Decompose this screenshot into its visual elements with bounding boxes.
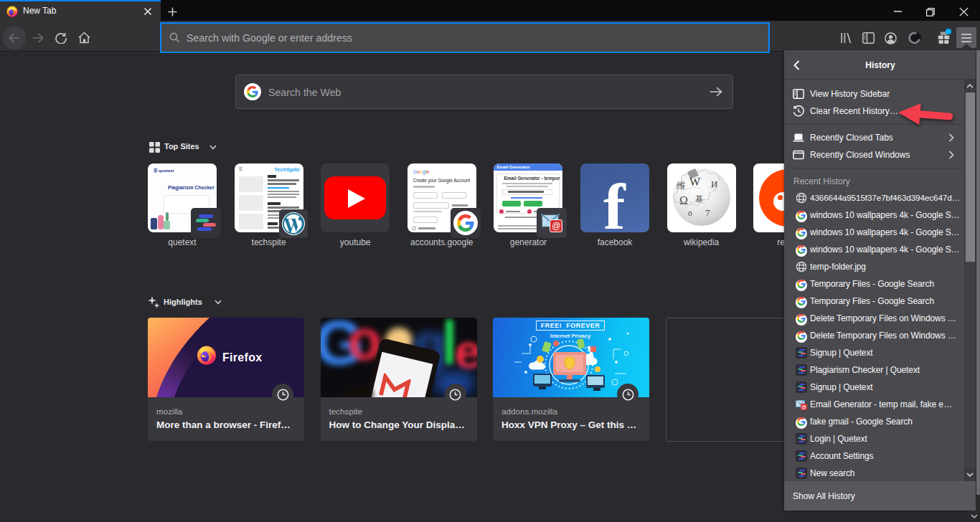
svg-text:Ω: Ω — [679, 194, 688, 207]
svg-text:И: И — [711, 179, 717, 189]
svg-text:ი: ი — [688, 209, 692, 217]
svg-text:基: 基 — [695, 194, 703, 203]
svg-text:维: 维 — [677, 181, 685, 191]
svg-text:7: 7 — [705, 207, 710, 218]
svg-text:W: W — [689, 176, 701, 188]
svg-text:񝺼: 񝺼 — [711, 195, 717, 205]
